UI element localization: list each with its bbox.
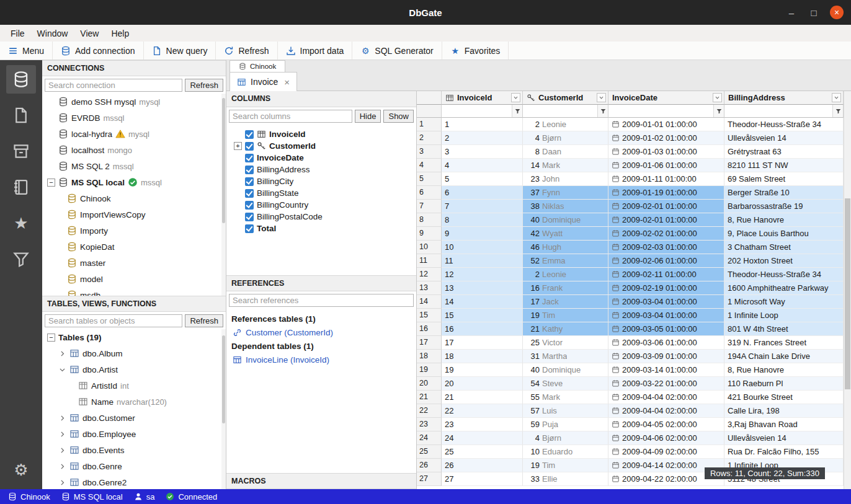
cell-invoiceid[interactable]: 11 <box>442 254 523 268</box>
cell-customerid[interactable]: 33Ellie <box>523 472 608 486</box>
cell-invoicedate[interactable]: 2009-03-06 01:00:00 <box>608 336 724 350</box>
database-chinook[interactable]: Chinook <box>42 190 226 206</box>
grid-row[interactable]: 5523John2009-01-11 01:00:0069 Salem Stre… <box>417 172 844 186</box>
database-kopiedat[interactable]: KopieDat <box>42 239 226 255</box>
cell-invoiceid[interactable]: 20 <box>442 377 523 391</box>
cell-invoicedate[interactable]: 2009-01-19 01:00:00 <box>608 186 724 200</box>
cell-billingaddress[interactable]: 3 Chatham Street <box>724 241 844 254</box>
connection-search-input[interactable] <box>45 79 182 92</box>
grid-row[interactable]: 202054Steve2009-03-22 01:00:00110 Raebur… <box>417 377 844 391</box>
row-number[interactable]: 2 <box>417 131 442 145</box>
maximize-icon[interactable]: □ <box>808 6 820 19</box>
cell-customerid[interactable]: 57Luis <box>523 404 608 418</box>
column-dropdown-icon[interactable] <box>713 93 722 102</box>
activity-query-history[interactable] <box>6 173 36 201</box>
cell-invoiceid[interactable]: 1 <box>442 118 523 131</box>
row-number[interactable]: 27 <box>417 472 442 486</box>
table-dbo-genre[interactable]: dbo.Genre <box>42 458 226 474</box>
menu-window[interactable]: Window <box>32 27 74 40</box>
cell-customerid[interactable]: 2Leonie <box>523 118 608 131</box>
tables-scrollbar[interactable] <box>221 329 226 489</box>
column-dropdown-icon[interactable] <box>511 93 520 102</box>
grid-row[interactable]: 212155Mark2009-04-04 02:00:00421 Bourke … <box>417 391 844 404</box>
connection-evrdb[interactable]: EVRDBmssql <box>42 110 226 126</box>
row-number[interactable]: 25 <box>417 445 442 459</box>
cell-invoicedate[interactable]: 2009-02-19 01:00:00 <box>608 281 724 295</box>
database-importy[interactable]: Importy <box>42 223 226 239</box>
activity-filters[interactable] <box>6 245 36 273</box>
grid-row[interactable]: 8840Dominique2009-02-01 01:00:008, Rue H… <box>417 213 844 227</box>
cell-invoicedate[interactable]: 2009-03-05 01:00:00 <box>608 322 724 336</box>
grid-row[interactable]: 222257Luis2009-04-04 02:00:00Calle Lira,… <box>417 404 844 418</box>
checkbox-checked-icon[interactable] <box>245 213 254 221</box>
hide-button[interactable]: Hide <box>355 110 381 123</box>
cell-invoiceid[interactable]: 4 <box>442 159 523 172</box>
cell-invoiceid[interactable]: 2 <box>442 131 523 145</box>
toolbar-menu-button[interactable]: Menu <box>0 42 53 60</box>
cell-billingaddress[interactable]: 8210 111 ST NW <box>724 159 844 172</box>
scrollbar-thumb[interactable] <box>222 98 225 223</box>
grid-row[interactable]: 131316Frank2009-02-19 01:00:001600 Amphi… <box>417 281 844 295</box>
filter-funnel-icon[interactable] <box>832 105 843 117</box>
filter-cell-customerid[interactable] <box>523 105 608 118</box>
cell-customerid[interactable]: 8Daan <box>523 145 608 159</box>
cell-invoiceid[interactable]: 26 <box>442 459 523 472</box>
cell-billingaddress[interactable]: 421 Bourke Street <box>724 391 844 404</box>
cell-invoicedate[interactable]: 2009-03-22 01:00:00 <box>608 377 724 391</box>
references-search-input[interactable] <box>229 294 414 307</box>
cell-billingaddress[interactable]: 1600 Amphitheatre Parkway <box>724 281 844 295</box>
cell-billingaddress[interactable]: 69 Salem Street <box>724 172 844 186</box>
row-number[interactable]: 6 <box>417 186 442 200</box>
cell-billingaddress[interactable]: 1 Infinite Loop <box>724 309 844 322</box>
cell-invoicedate[interactable]: 2009-01-02 01:00:00 <box>608 131 724 145</box>
cell-invoicedate[interactable]: 2009-02-11 01:00:00 <box>608 268 724 281</box>
grid-row[interactable]: 224Bjørn2009-01-02 01:00:00Ullevålsveien… <box>417 131 844 145</box>
tab-group-database[interactable]: Chinook <box>229 60 285 72</box>
toolbar-add-connection-button[interactable]: Add connection <box>53 42 144 60</box>
cell-invoicedate[interactable]: 2009-04-04 02:00:00 <box>608 404 724 418</box>
cell-invoicedate[interactable]: 2009-04-09 02:00:00 <box>608 445 724 459</box>
cell-invoiceid[interactable]: 5 <box>442 172 523 186</box>
cell-customerid[interactable]: 52Emma <box>523 254 608 268</box>
grid-row[interactable]: 232359Puja2009-04-05 02:00:003,Raj Bhava… <box>417 418 844 431</box>
row-number[interactable]: 11 <box>417 254 442 268</box>
activity-files[interactable] <box>6 101 36 130</box>
activity-closed-tabs[interactable] <box>6 137 36 166</box>
toolbar-import-data-button[interactable]: Import data <box>278 42 353 60</box>
close-icon[interactable]: × <box>830 6 844 19</box>
grid-row[interactable]: 191940Dominique2009-03-14 01:00:008, Rue… <box>417 363 844 377</box>
collapse-toggle-icon[interactable]: − <box>47 334 55 342</box>
table-column-artistid[interactable]: ArtistIdint <box>42 378 226 394</box>
cell-billingaddress[interactable]: Ullevålsveien 14 <box>724 431 844 445</box>
cell-invoiceid[interactable]: 23 <box>442 418 523 431</box>
collapse-toggle-icon[interactable]: − <box>47 179 55 187</box>
cell-customerid[interactable]: 2Leonie <box>523 268 608 281</box>
show-button[interactable]: Show <box>383 110 414 123</box>
filter-cell-invoicedate[interactable] <box>608 105 724 118</box>
activity-connections[interactable] <box>6 65 36 94</box>
row-number[interactable]: 20 <box>417 377 442 391</box>
cell-customerid[interactable]: 14Mark <box>523 159 608 172</box>
checkbox-checked-icon[interactable] <box>245 177 254 186</box>
connection-localhost[interactable]: localhostmongo <box>42 142 226 158</box>
table-dbo-events[interactable]: dbo.Events <box>42 442 226 458</box>
grid-row[interactable]: 4414Mark2009-01-06 01:00:008210 111 ST N… <box>417 159 844 172</box>
dependent-link-invoiceline-invoiceid-[interactable]: InvoiceLine (InvoiceId) <box>231 353 411 366</box>
row-number[interactable]: 7 <box>417 200 442 213</box>
cell-customerid[interactable]: 31Martha <box>523 350 608 363</box>
cell-invoicedate[interactable]: 2009-04-06 02:00:00 <box>608 431 724 445</box>
row-number[interactable]: 4 <box>417 159 442 172</box>
tables-group[interactable]: −Tables (19) <box>42 329 226 345</box>
cell-customerid[interactable]: 40Dominique <box>523 363 608 377</box>
toolbar-sql-generator-button[interactable]: ⚙SQL Generator <box>352 42 442 60</box>
table-dbo-album[interactable]: dbo.Album <box>42 345 226 361</box>
minimize-icon[interactable]: – <box>785 6 798 19</box>
cell-invoiceid[interactable]: 16 <box>442 322 523 336</box>
cell-billingaddress[interactable]: Theodor-Heuss-Straße 34 <box>724 118 844 131</box>
cell-invoicedate[interactable]: 2009-02-01 01:00:00 <box>608 213 724 227</box>
cell-invoiceid[interactable]: 15 <box>442 309 523 322</box>
toolbar-favorites-button[interactable]: ★Favorites <box>442 42 509 60</box>
cell-invoicedate[interactable]: 2009-02-06 01:00:00 <box>608 254 724 268</box>
column-dropdown-icon[interactable] <box>832 93 841 102</box>
cell-invoiceid[interactable]: 21 <box>442 391 523 404</box>
